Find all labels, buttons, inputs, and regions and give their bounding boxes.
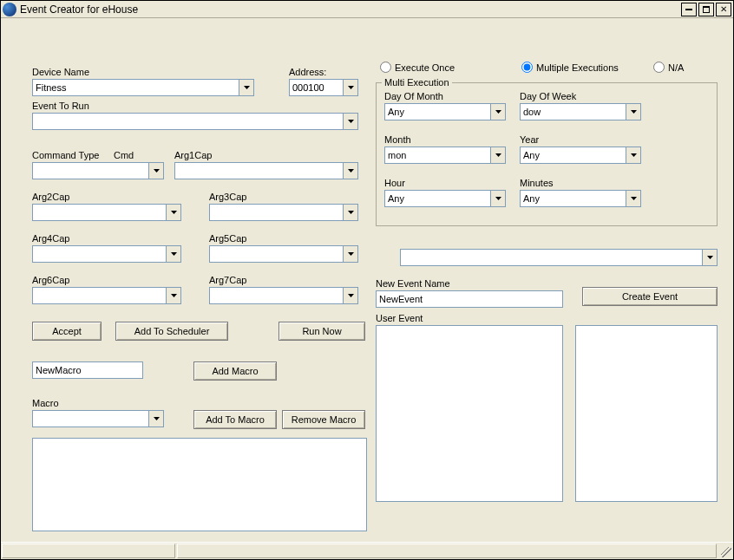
chevron-down-icon xyxy=(495,153,501,157)
hour-input[interactable] xyxy=(385,191,490,206)
app-window: Event Creator for eHouse Device Name Add… xyxy=(0,0,734,560)
execute-once-radio-input[interactable] xyxy=(380,62,391,73)
dropdown-button[interactable] xyxy=(626,104,640,120)
day-of-week-label: Day Of Week xyxy=(520,91,576,101)
user-event-list-right[interactable] xyxy=(575,325,718,502)
multiple-executions-radio[interactable]: Multiple Executions xyxy=(521,62,619,73)
macro-input[interactable] xyxy=(33,411,148,427)
dropdown-button[interactable] xyxy=(626,147,640,163)
arg6-input[interactable] xyxy=(33,288,166,303)
multiple-executions-radio-input[interactable] xyxy=(521,62,533,73)
device-name-input[interactable] xyxy=(33,80,239,95)
execute-once-radio[interactable]: Execute Once xyxy=(380,62,455,73)
arg2-input[interactable] xyxy=(33,205,166,220)
address-label: Address: xyxy=(289,67,326,77)
minimize-button[interactable] xyxy=(681,3,697,16)
chevron-down-icon xyxy=(348,120,354,123)
dropdown-button[interactable] xyxy=(148,411,163,427)
arg3-label: Arg3Cap xyxy=(209,192,246,202)
dropdown-button[interactable] xyxy=(490,104,505,120)
day-of-month-combo[interactable] xyxy=(384,103,506,120)
month-label: Month xyxy=(384,134,411,145)
dropdown-button[interactable] xyxy=(490,191,505,206)
resize-grip[interactable] xyxy=(718,543,733,559)
arg1-input[interactable] xyxy=(175,163,343,179)
dropdown-button[interactable] xyxy=(148,163,163,179)
address-input[interactable] xyxy=(290,80,343,95)
address-combo[interactable] xyxy=(289,79,358,96)
arg7-input[interactable] xyxy=(210,288,343,303)
minutes-input[interactable] xyxy=(521,191,626,206)
arg7-combo[interactable] xyxy=(209,287,358,304)
bottom-select-input[interactable] xyxy=(401,250,702,265)
dropdown-button[interactable] xyxy=(239,80,253,95)
dropdown-button[interactable] xyxy=(343,80,357,95)
dropdown-button[interactable] xyxy=(490,147,505,163)
accept-button[interactable]: Accept xyxy=(32,322,102,341)
device-name-label: Device Name xyxy=(32,67,89,77)
dropdown-button[interactable] xyxy=(702,250,717,265)
event-to-run-input[interactable] xyxy=(33,114,343,129)
year-input[interactable] xyxy=(521,147,626,163)
na-radio-input[interactable] xyxy=(653,62,665,73)
year-label: Year xyxy=(520,134,539,145)
day-of-month-input[interactable] xyxy=(385,104,490,120)
dropdown-button[interactable] xyxy=(343,246,357,262)
month-combo[interactable] xyxy=(384,147,506,164)
chevron-down-icon xyxy=(348,86,354,89)
new-macro-input[interactable] xyxy=(33,362,142,378)
chevron-down-icon xyxy=(171,294,177,297)
run-now-button[interactable]: Run Now xyxy=(279,322,365,341)
maximize-icon xyxy=(703,6,710,13)
device-name-combo[interactable] xyxy=(32,79,254,96)
chevron-down-icon xyxy=(171,211,177,214)
command-type-combo[interactable] xyxy=(32,162,164,179)
new-event-name-field[interactable] xyxy=(376,290,563,308)
cmd-label: Cmd xyxy=(114,150,134,160)
add-to-scheduler-button[interactable]: Add To Scheduler xyxy=(115,322,228,341)
maximize-button[interactable] xyxy=(698,3,714,16)
year-combo[interactable] xyxy=(520,147,641,164)
month-input[interactable] xyxy=(385,147,490,163)
chevron-down-icon xyxy=(348,211,354,214)
close-button[interactable] xyxy=(716,3,731,16)
arg6-combo[interactable] xyxy=(32,287,181,304)
dropdown-button[interactable] xyxy=(343,114,357,129)
dropdown-button[interactable] xyxy=(343,288,357,303)
bottom-select-combo[interactable] xyxy=(400,249,718,266)
dropdown-button[interactable] xyxy=(343,163,357,179)
dropdown-button[interactable] xyxy=(626,191,640,206)
add-to-macro-button[interactable]: Add To Macro xyxy=(193,410,277,429)
hour-combo[interactable] xyxy=(384,190,506,207)
command-type-input[interactable] xyxy=(33,163,148,179)
na-radio[interactable]: N/A xyxy=(653,62,684,73)
arg2-combo[interactable] xyxy=(32,204,181,221)
day-of-week-input[interactable] xyxy=(521,104,626,120)
event-to-run-combo[interactable] xyxy=(32,113,358,130)
chevron-down-icon xyxy=(244,86,250,89)
arg5-input[interactable] xyxy=(210,246,343,262)
dropdown-button[interactable] xyxy=(166,246,180,262)
arg5-combo[interactable] xyxy=(209,245,358,263)
new-event-name-input[interactable] xyxy=(377,291,562,307)
add-macro-button[interactable]: Add Macro xyxy=(193,361,277,381)
arg2-label: Arg2Cap xyxy=(32,192,69,202)
new-macro-field[interactable] xyxy=(32,361,143,379)
remove-macro-button[interactable]: Remove Macro xyxy=(282,410,365,429)
arg4-combo[interactable] xyxy=(32,245,181,263)
dropdown-button[interactable] xyxy=(166,288,180,303)
arg4-input[interactable] xyxy=(33,246,166,262)
create-event-button[interactable]: Create Event xyxy=(582,287,718,306)
minutes-combo[interactable] xyxy=(520,190,641,207)
dropdown-button[interactable] xyxy=(166,205,180,220)
dropdown-button[interactable] xyxy=(343,205,357,220)
user-event-list-left[interactable] xyxy=(376,325,563,502)
chevron-down-icon xyxy=(495,197,501,200)
new-event-name-label: New Event Name xyxy=(376,278,450,289)
arg3-input[interactable] xyxy=(210,205,343,220)
arg1-combo[interactable] xyxy=(174,162,358,179)
macro-combo[interactable] xyxy=(32,410,164,427)
day-of-week-combo[interactable] xyxy=(520,103,641,120)
arg3-combo[interactable] xyxy=(209,204,358,221)
macro-textarea[interactable] xyxy=(32,438,367,531)
